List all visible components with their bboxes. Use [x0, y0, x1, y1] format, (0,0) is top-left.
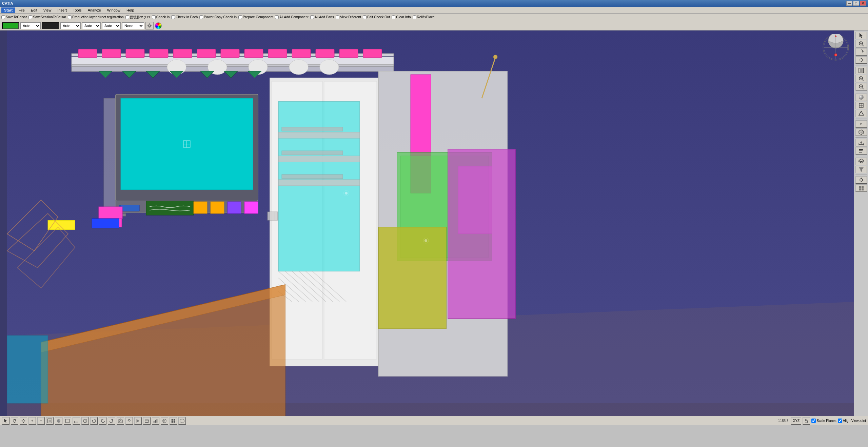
sb-measure-btn[interactable] — [73, 417, 80, 425]
zoom-in-button[interactable] — [855, 75, 867, 82]
cb-check-in-input[interactable] — [152, 15, 156, 19]
cb-check-in[interactable]: Check In — [152, 15, 170, 19]
sb-part-btn[interactable] — [170, 417, 177, 425]
cb-save-to-ceisar[interactable]: SaveToCeisar — [1, 15, 27, 19]
sb-undo-btn[interactable] — [99, 417, 106, 425]
cb-area-macro[interactable]: 面境界マクロ — [125, 15, 150, 20]
cb-save-to-ceisar-input[interactable] — [1, 15, 5, 19]
cb-view-different-input[interactable] — [336, 15, 339, 19]
cb-production-layer-input[interactable] — [68, 15, 72, 19]
cb-all-add-parts[interactable]: All Add Parts — [310, 15, 334, 19]
menu-file[interactable]: File — [16, 7, 27, 13]
layer-button[interactable] — [855, 158, 867, 165]
filter-button[interactable] — [855, 166, 867, 173]
cb-production-layer[interactable]: Production layer direct registration — [68, 15, 124, 19]
sb-rotate-btn[interactable] — [11, 417, 18, 425]
wireframe-button[interactable] — [855, 102, 867, 109]
color-selector-button[interactable] — [2, 22, 19, 29]
cb-all-add-component[interactable]: All Add Component — [275, 15, 309, 19]
line-color-selector[interactable] — [42, 22, 59, 29]
align-viewpoint-checkbox-item[interactable]: Align Viewpoint — [838, 419, 866, 423]
front-view-button[interactable]: F — [855, 120, 867, 128]
dropdown-autoc3[interactable]: Autc — [82, 22, 101, 29]
settings-icon-btn[interactable] — [145, 22, 154, 29]
rotate-view-button[interactable] — [855, 48, 867, 56]
menu-start[interactable]: Start — [1, 7, 15, 13]
viewport-3d[interactable]: F — [0, 31, 868, 425]
component-button[interactable] — [855, 184, 867, 192]
sb-shading-btn[interactable] — [55, 417, 62, 425]
sb-simulation-btn[interactable] — [134, 417, 142, 425]
measure-button[interactable] — [855, 139, 867, 146]
cb-prepare-component[interactable]: Prepare Component — [238, 15, 273, 19]
cb-check-in-each-input[interactable] — [171, 15, 175, 19]
select-tool-button[interactable] — [855, 32, 867, 39]
sb-graph-btn[interactable] — [152, 417, 159, 425]
svg-rect-8 — [78, 49, 97, 58]
menu-tools[interactable]: Tools — [70, 7, 84, 13]
pan-button[interactable] — [855, 56, 867, 64]
edges-button[interactable] — [855, 110, 867, 117]
sb-history-btn[interactable] — [90, 417, 98, 425]
cb-area-macro-input[interactable] — [125, 15, 129, 19]
align-viewpoint-checkbox[interactable] — [838, 419, 842, 423]
sb-zoom-out-btn[interactable]: − — [37, 417, 45, 425]
svg-rect-145 — [859, 188, 861, 190]
menu-insert[interactable]: Insert — [55, 7, 70, 13]
scale-planes-checkbox-item[interactable]: Scale Planes — [811, 419, 836, 423]
properties-button[interactable] — [855, 147, 867, 155]
zoom-out-button[interactable] — [855, 83, 867, 90]
svg-point-100 — [834, 54, 837, 56]
cb-power-copy[interactable]: Power Copy Check In — [199, 15, 237, 19]
dropdown-autoc4[interactable]: Autc — [102, 22, 121, 29]
sb-assembly-btn[interactable] — [178, 417, 186, 425]
iso-view-button[interactable] — [855, 128, 867, 136]
cb-save-session-input[interactable] — [28, 15, 32, 19]
sb-coord-btn[interactable]: XYZ — [791, 417, 801, 425]
menu-analyze[interactable]: Analyze — [85, 7, 104, 13]
dropdown-auto2[interactable]: Auto — [60, 22, 81, 29]
zoom-area-button[interactable] — [855, 40, 867, 47]
sb-render-btn[interactable] — [161, 417, 168, 425]
cb-check-in-each[interactable]: Check In Each — [171, 15, 198, 19]
cb-all-add-component-input[interactable] — [275, 15, 279, 19]
cb-clear-info[interactable]: Clear Info — [392, 15, 411, 19]
cb-edit-check-out-input[interactable] — [363, 15, 367, 19]
cb-view-different[interactable]: View Different — [336, 15, 361, 19]
cb-save-session[interactable]: SaveSessionToCeisar — [28, 15, 66, 19]
sb-zoom-in-btn[interactable]: + — [28, 417, 36, 425]
fit-all-button[interactable] — [855, 67, 867, 74]
cb-prepare-component-input[interactable] — [238, 15, 242, 19]
sb-animation-btn[interactable] — [143, 417, 151, 425]
scale-planes-checkbox[interactable] — [811, 419, 816, 423]
sb-analyze-btn[interactable] — [81, 417, 89, 425]
dropdown-none[interactable]: None — [122, 22, 144, 29]
sb-light-btn[interactable] — [125, 417, 133, 425]
cb-power-copy-input[interactable] — [199, 15, 203, 19]
svg-rect-177 — [154, 421, 155, 423]
menu-help[interactable]: Help — [124, 7, 137, 13]
sb-camera-btn[interactable] — [117, 417, 124, 425]
sb-redo-btn[interactable] — [108, 417, 115, 425]
maximize-button[interactable]: □ — [853, 1, 859, 6]
shading-button[interactable] — [855, 94, 867, 101]
menu-window[interactable]: Window — [104, 7, 123, 13]
cb-edit-check-out[interactable]: Edit Check Out — [363, 15, 390, 19]
menu-edit[interactable]: Edit — [28, 7, 40, 13]
color-picker-icon-btn[interactable] — [155, 22, 162, 29]
sb-lock-btn[interactable] — [803, 417, 810, 425]
minimize-button[interactable]: — — [846, 1, 852, 6]
sb-pan-btn[interactable] — [20, 417, 27, 425]
constraint-button[interactable] — [855, 176, 867, 184]
menu-view[interactable]: View — [41, 7, 54, 13]
cb-all-add-parts-input[interactable] — [310, 15, 314, 19]
dropdown-auto1[interactable]: Auto — [20, 22, 41, 29]
sb-fit-btn[interactable] — [46, 417, 54, 425]
sb-select-btn[interactable] — [2, 417, 9, 425]
cb-relifix-place[interactable]: RelifixPlace — [413, 15, 435, 19]
cb-clear-info-input[interactable] — [392, 15, 395, 19]
cb-relifix-place-input[interactable] — [413, 15, 416, 19]
svg-point-0 — [149, 25, 151, 27]
close-button[interactable]: ✕ — [860, 1, 866, 6]
sb-wireframe-btn[interactable] — [64, 417, 71, 425]
